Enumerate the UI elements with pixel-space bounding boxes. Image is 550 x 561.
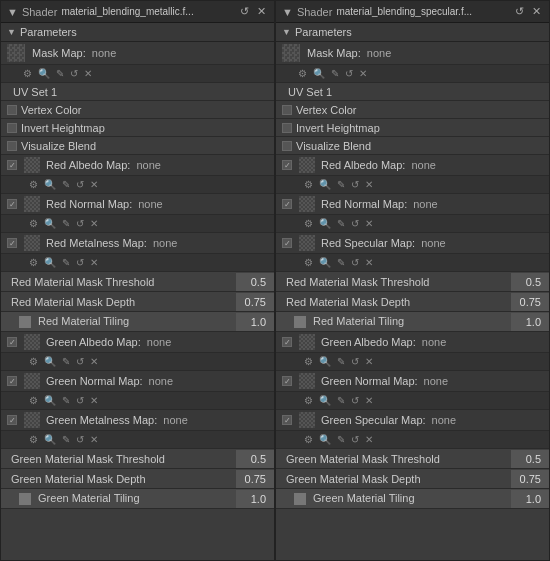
red-threshold-value[interactable]: 0.5 <box>511 273 549 291</box>
edit-icon-green-normal[interactable]: ✎ <box>337 395 345 406</box>
clear-icon-red-extra[interactable]: ✕ <box>365 257 373 268</box>
green-tiling-value[interactable]: 1.0 <box>511 490 549 508</box>
gear-icon[interactable]: ⚙ <box>298 68 307 79</box>
edit-icon[interactable]: ✎ <box>331 68 339 79</box>
refresh-icon-green-normal[interactable]: ↺ <box>76 395 84 406</box>
shader-dropdown-icon[interactable]: ▼ <box>282 6 293 18</box>
refresh-icon-green-normal[interactable]: ↺ <box>351 395 359 406</box>
green-depth-value[interactable]: 0.75 <box>236 470 274 488</box>
search-icon[interactable]: 🔍 <box>38 68 50 79</box>
visualize-checkbox[interactable] <box>7 141 17 151</box>
shader-dropdown-icon[interactable]: ▼ <box>7 6 18 18</box>
close-icon[interactable]: ✕ <box>530 4 543 19</box>
refresh-icon-red-albedo[interactable]: ↺ <box>76 179 84 190</box>
red-depth-value[interactable]: 0.75 <box>511 293 549 311</box>
gear-icon-green-normal[interactable]: ⚙ <box>29 395 38 406</box>
search-icon-red-normal[interactable]: 🔍 <box>319 218 331 229</box>
green-threshold-value[interactable]: 0.5 <box>236 450 274 468</box>
search-icon-green-normal[interactable]: 🔍 <box>319 395 331 406</box>
edit-icon-red-extra[interactable]: ✎ <box>62 257 70 268</box>
gear-icon-red-extra[interactable]: ⚙ <box>29 257 38 268</box>
gear-icon-green-albedo[interactable]: ⚙ <box>304 356 313 367</box>
refresh-icon-green-extra[interactable]: ↺ <box>76 434 84 445</box>
clear-icon-green-extra[interactable]: ✕ <box>90 434 98 445</box>
clear-icon-red-normal[interactable]: ✕ <box>90 218 98 229</box>
clear-icon-green-albedo[interactable]: ✕ <box>90 356 98 367</box>
clear-icon-red-albedo[interactable]: ✕ <box>365 179 373 190</box>
clear-icon-red-albedo[interactable]: ✕ <box>90 179 98 190</box>
vertex-color-checkbox[interactable] <box>282 105 292 115</box>
green-tiling-value[interactable]: 1.0 <box>236 490 274 508</box>
clear-icon-green-normal[interactable]: ✕ <box>90 395 98 406</box>
invert-checkbox[interactable] <box>282 123 292 133</box>
refresh-icon-red-extra[interactable]: ↺ <box>76 257 84 268</box>
search-icon-green-albedo[interactable]: 🔍 <box>319 356 331 367</box>
search-icon[interactable]: 🔍 <box>313 68 325 79</box>
edit-icon-green-albedo[interactable]: ✎ <box>337 356 345 367</box>
search-icon-red-extra[interactable]: 🔍 <box>319 257 331 268</box>
edit-icon-green-albedo[interactable]: ✎ <box>62 356 70 367</box>
visualize-checkbox[interactable] <box>282 141 292 151</box>
gear-icon-red-albedo[interactable]: ⚙ <box>29 179 38 190</box>
red-tiling-value[interactable]: 1.0 <box>236 313 274 331</box>
search-icon-red-albedo[interactable]: 🔍 <box>44 179 56 190</box>
invert-checkbox[interactable] <box>7 123 17 133</box>
refresh-icon2[interactable]: ↺ <box>345 68 353 79</box>
red-extra-map-row: ✓ Red Metalness Map: none <box>1 233 274 254</box>
gear-icon-red-normal[interactable]: ⚙ <box>304 218 313 229</box>
green-extra-preview <box>299 412 315 428</box>
edit-icon-red-normal[interactable]: ✎ <box>62 218 70 229</box>
refresh-icon-green-albedo[interactable]: ↺ <box>351 356 359 367</box>
edit-icon-red-extra[interactable]: ✎ <box>337 257 345 268</box>
edit-icon-green-extra[interactable]: ✎ <box>337 434 345 445</box>
search-icon-green-extra[interactable]: 🔍 <box>44 434 56 445</box>
edit-icon-red-albedo[interactable]: ✎ <box>337 179 345 190</box>
edit-icon-green-normal[interactable]: ✎ <box>62 395 70 406</box>
clear-icon-red-extra[interactable]: ✕ <box>90 257 98 268</box>
search-icon-red-normal[interactable]: 🔍 <box>44 218 56 229</box>
search-icon-green-extra[interactable]: 🔍 <box>319 434 331 445</box>
edit-icon-red-normal[interactable]: ✎ <box>337 218 345 229</box>
clear-icon-green-albedo[interactable]: ✕ <box>365 356 373 367</box>
gear-icon-green-extra[interactable]: ⚙ <box>29 434 38 445</box>
gear-icon[interactable]: ⚙ <box>23 68 32 79</box>
gear-icon-red-albedo[interactable]: ⚙ <box>304 179 313 190</box>
visualize-label: Visualize Blend <box>21 140 96 152</box>
search-icon-red-albedo[interactable]: 🔍 <box>319 179 331 190</box>
parameters-section[interactable]: ▼ Parameters <box>1 23 274 42</box>
gear-icon-red-extra[interactable]: ⚙ <box>304 257 313 268</box>
red-depth-value[interactable]: 0.75 <box>236 293 274 311</box>
gear-icon-red-normal[interactable]: ⚙ <box>29 218 38 229</box>
search-icon-red-extra[interactable]: 🔍 <box>44 257 56 268</box>
gear-icon-green-extra[interactable]: ⚙ <box>304 434 313 445</box>
edit-icon[interactable]: ✎ <box>56 68 64 79</box>
clear-icon[interactable]: ✕ <box>84 68 92 79</box>
refresh-icon[interactable]: ↺ <box>238 4 251 19</box>
clear-icon-green-extra[interactable]: ✕ <box>365 434 373 445</box>
refresh-icon-red-albedo[interactable]: ↺ <box>351 179 359 190</box>
parameters-section[interactable]: ▼ Parameters <box>276 23 549 42</box>
gear-icon-green-normal[interactable]: ⚙ <box>304 395 313 406</box>
vertex-color-checkbox[interactable] <box>7 105 17 115</box>
close-icon[interactable]: ✕ <box>255 4 268 19</box>
refresh-icon-red-extra[interactable]: ↺ <box>351 257 359 268</box>
edit-icon-red-albedo[interactable]: ✎ <box>62 179 70 190</box>
red-tiling-value[interactable]: 1.0 <box>511 313 549 331</box>
red-threshold-value[interactable]: 0.5 <box>236 273 274 291</box>
gear-icon-green-albedo[interactable]: ⚙ <box>29 356 38 367</box>
refresh-icon-red-normal[interactable]: ↺ <box>76 218 84 229</box>
clear-icon[interactable]: ✕ <box>359 68 367 79</box>
search-icon-green-albedo[interactable]: 🔍 <box>44 356 56 367</box>
green-depth-value[interactable]: 0.75 <box>511 470 549 488</box>
green-threshold-value[interactable]: 0.5 <box>511 450 549 468</box>
search-icon-green-normal[interactable]: 🔍 <box>44 395 56 406</box>
uv-set-row: UV Set 1 <box>1 83 274 101</box>
refresh-icon-green-albedo[interactable]: ↺ <box>76 356 84 367</box>
clear-icon-green-normal[interactable]: ✕ <box>365 395 373 406</box>
refresh-icon-red-normal[interactable]: ↺ <box>351 218 359 229</box>
refresh-icon2[interactable]: ↺ <box>70 68 78 79</box>
clear-icon-red-normal[interactable]: ✕ <box>365 218 373 229</box>
refresh-icon-green-extra[interactable]: ↺ <box>351 434 359 445</box>
refresh-icon[interactable]: ↺ <box>513 4 526 19</box>
edit-icon-green-extra[interactable]: ✎ <box>62 434 70 445</box>
